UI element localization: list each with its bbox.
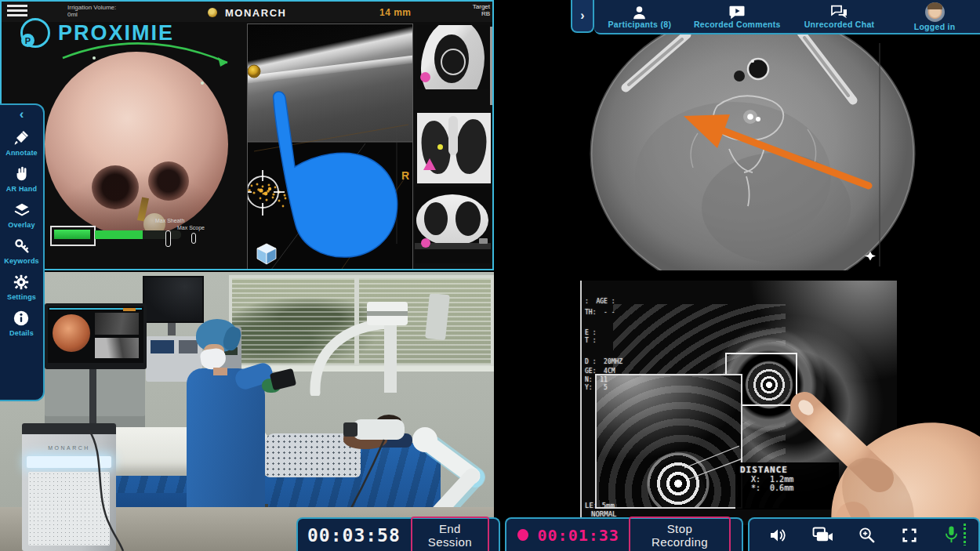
clinician-neck [213, 368, 227, 375]
coronal-lung-right [453, 118, 489, 176]
sidebar-item-settings[interactable]: Settings [7, 274, 36, 301]
session-timer: 00:03:58 [307, 525, 401, 546]
sidebar-item-label: Details [9, 329, 34, 337]
inset-zoom-box [595, 374, 742, 509]
recorded-comments-label: Recorded Comments [694, 20, 781, 29]
multi-camera-icon[interactable] [812, 527, 833, 544]
nav-3d-overlay: R [248, 24, 413, 270]
stop-recording-button[interactable]: Stop Recording [629, 517, 731, 551]
unrecorded-chat-label: Unrecorded Chat [804, 20, 875, 29]
chat-bubbles-icon [830, 5, 848, 20]
green-annotation-arc [49, 31, 252, 86]
mini-ct-view2 [95, 338, 139, 358]
sidebar-item-keywords[interactable]: Keywords [4, 237, 39, 265]
mic-level-meter [964, 524, 966, 546]
logged-in-label: Logged in [914, 22, 956, 31]
target-readout: Target RB [473, 3, 490, 17]
fullscreen-icon[interactable] [901, 527, 918, 544]
equipment-panel [179, 340, 198, 353]
feed-or-camera[interactable]: MONARCH [0, 272, 494, 551]
max-sheath-marker [165, 230, 171, 247]
session-bar: 00:03:58 End Session [296, 517, 500, 551]
zoom-in-icon[interactable] [858, 526, 876, 544]
ivus-param-line: : AGE : [585, 298, 615, 305]
cart-cable [74, 423, 145, 551]
yellow-target-dot [437, 144, 443, 150]
feed-ct-annotation[interactable] [494, 0, 980, 270]
expand-chevron: › [580, 9, 584, 23]
speaker-icon[interactable] [768, 527, 787, 544]
sidebar-item-overlay[interactable]: Overlay [8, 201, 34, 229]
microphone-icon[interactable] [943, 525, 960, 545]
gear-icon [13, 274, 30, 291]
target-value: RB [473, 10, 490, 17]
toolbar-collapse-button[interactable]: ‹ [20, 108, 24, 121]
ivus-param-line: TH: - - [585, 309, 615, 316]
mini-endo-view [53, 314, 90, 352]
max-scope-label: Max Scope [177, 225, 205, 230]
tv-mount [168, 323, 176, 335]
recorded-comments-button[interactable]: Recorded Comments [685, 0, 789, 33]
sidebar-item-label: Settings [7, 293, 36, 301]
ivus-param-line: N: 11 [585, 376, 608, 383]
feed-ivus-ultrasound[interactable]: DISTANCE X: 1.2mm *: 0.6mm : AGE : TH: -… [494, 270, 980, 551]
measurement-lines [597, 375, 742, 507]
sagittal-detail [441, 49, 466, 75]
ct-thumb-axial[interactable] [415, 187, 491, 263]
end-session-button[interactable]: End Session [411, 517, 489, 551]
recording-timer: 00:01:33 [538, 526, 619, 545]
recording-bar: 00:01:33 Stop Recording [505, 517, 743, 551]
sidebar-item-label: Keywords [4, 257, 39, 265]
avatar [925, 2, 945, 22]
monarch-logo-emblem [208, 8, 217, 17]
pink-marker-dot [420, 72, 430, 82]
monarch-brand-text: MONARCH [225, 7, 286, 19]
av-controls-bar [748, 517, 980, 551]
annotate-pen-icon [13, 129, 30, 147]
pink-triangle-marker [423, 158, 436, 170]
max-sheath-label: Max Sheath [155, 218, 184, 223]
coronal-mediastinum [448, 116, 458, 155]
monitor-screen [48, 306, 143, 363]
participants-label: Participants (8) [608, 20, 672, 29]
sheath-indicator-fill [54, 230, 90, 239]
max-scope-marker [191, 233, 196, 244]
sidebar-item-label: Overlay [8, 221, 34, 229]
ivus-param-line: E : [585, 329, 596, 336]
mini-ct-view [95, 313, 139, 335]
sidebar-item-label: AR Hand [6, 185, 37, 193]
orientation-marker: R [401, 169, 409, 182]
thumb-badge [479, 238, 488, 244]
navigation-panel: R [247, 24, 413, 270]
ivus-param-line: D : 20MHZ [585, 358, 622, 365]
ivus-param-line: T : [585, 337, 596, 344]
video-comment-icon [728, 5, 746, 20]
target-label: Target [473, 3, 490, 10]
logged-in-user[interactable]: Logged in [889, 0, 980, 33]
thumb-scrollbar[interactable] [490, 27, 492, 105]
unrecorded-chat-button[interactable]: Unrecorded Chat [789, 0, 889, 33]
recording-indicator-dot [517, 529, 528, 541]
participants-bar-expand-tab[interactable]: › [571, 0, 594, 33]
person-icon [631, 5, 648, 20]
sidebar-item-ar-hand[interactable]: AR Hand [6, 165, 37, 193]
nodule-size-readout: 14 mm [379, 7, 412, 18]
ar-hand-icon [13, 165, 31, 183]
proximie-logo-letter: P [21, 34, 34, 47]
feed-monarch-screen[interactable]: Irrigation Volume: 0ml MONARCH 14 mm Tar… [0, 0, 494, 270]
ivus-param-line: GE: 4CM [585, 368, 615, 375]
axial-lung-right [456, 201, 481, 236]
sidebar-item-annotate[interactable]: Annotate [5, 129, 38, 157]
overlay-layers-icon [13, 201, 31, 219]
sidebar-item-details[interactable]: Details [9, 310, 34, 337]
mini-orange-text [123, 308, 136, 311]
participants-bar: Participants (8) Recorded Comments Unrec… [594, 0, 980, 34]
ct-thumb-sagittal[interactable] [417, 25, 489, 89]
pink-marker-dot [421, 238, 430, 248]
equipment-screen [151, 340, 174, 353]
ivus-scale-label: LE: 5mm [585, 502, 615, 509]
proximie-toolbar: ‹ Annotate AR Hand Overlay Keywords [0, 103, 45, 401]
procedure-monitor [45, 303, 147, 369]
participants-button[interactable]: Participants (8) [594, 0, 685, 33]
ct-thumb-coronal[interactable] [417, 113, 491, 183]
